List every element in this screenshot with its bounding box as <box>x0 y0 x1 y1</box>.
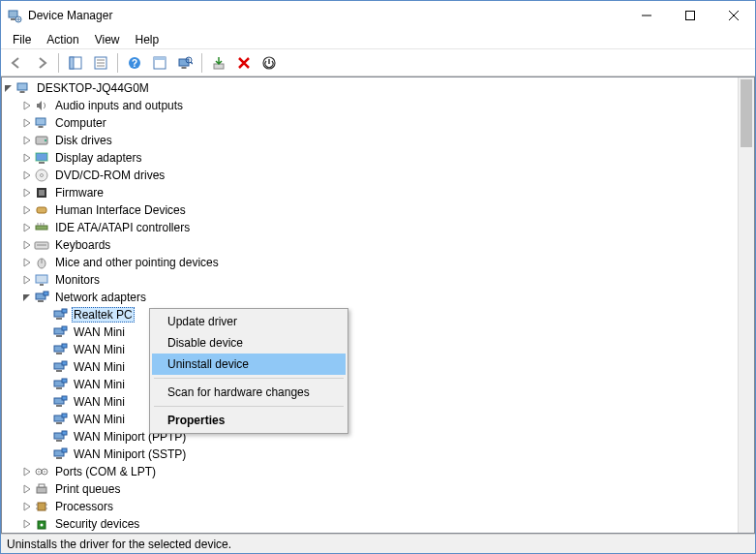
tree-category[interactable]: Print queues <box>2 480 754 498</box>
network-icon <box>52 412 68 427</box>
titlebar: Device Manager <box>1 1 755 30</box>
device-tree-area[interactable]: DESKTOP-JQ44G0MAudio inputs and outputsC… <box>1 77 755 534</box>
expand-icon[interactable] <box>20 240 34 250</box>
context-menu-item[interactable]: Properties <box>152 410 346 431</box>
tree-device[interactable]: WAN Mini <box>2 341 754 358</box>
tree-node-label: WAN Mini <box>72 343 127 356</box>
svg-rect-50 <box>56 318 62 320</box>
svg-rect-35 <box>37 207 46 213</box>
close-button[interactable] <box>711 2 755 30</box>
vertical-scrollbar[interactable] <box>738 77 754 533</box>
tree-node-label: Processors <box>53 500 115 513</box>
expand-icon[interactable] <box>20 205 34 215</box>
network-icon <box>52 342 68 357</box>
expand-icon[interactable] <box>20 223 34 232</box>
tree-category[interactable]: Computer <box>2 114 754 132</box>
svg-rect-24 <box>20 91 25 93</box>
tree-category[interactable]: Human Interface Devices <box>2 201 754 219</box>
menu-view[interactable]: View <box>87 31 128 48</box>
scan-hardware-button[interactable] <box>173 51 197 75</box>
minimize-button[interactable] <box>624 2 668 30</box>
svg-rect-57 <box>62 344 67 348</box>
tree-category[interactable]: Firmware <box>2 184 754 201</box>
tree-device[interactable]: WAN Miniport (SSTP) <box>2 446 754 463</box>
tree-category[interactable]: IDE ATA/ATAPI controllers <box>2 219 754 236</box>
svg-point-28 <box>45 139 46 141</box>
tree-category[interactable]: Processors <box>2 498 754 515</box>
tree-category[interactable]: Keyboards <box>2 236 754 254</box>
mouse-icon <box>34 255 49 270</box>
svg-text:?: ? <box>132 58 137 69</box>
tree-root[interactable]: DESKTOP-JQ44G0M <box>2 79 754 97</box>
tree-device[interactable]: WAN Mini <box>2 358 754 376</box>
tree-category[interactable]: Network adapters <box>2 289 754 306</box>
tree-category[interactable]: Monitors <box>2 271 754 289</box>
svg-rect-80 <box>37 487 46 493</box>
tree-node-label: Disk drives <box>53 134 114 147</box>
forward-button[interactable] <box>30 51 53 75</box>
scrollbar-thumb[interactable] <box>741 79 752 147</box>
tree-node-label: IDE ATA/ATAPI controllers <box>53 221 192 234</box>
window-title: Device Manager <box>28 9 112 22</box>
network-icon <box>52 359 68 375</box>
action-listview-button[interactable] <box>148 51 171 75</box>
menu-file[interactable]: File <box>5 31 39 48</box>
network-icon <box>52 307 68 323</box>
expand-icon[interactable] <box>20 275 34 285</box>
expand-icon[interactable] <box>20 118 34 128</box>
context-menu-item[interactable]: Uninstall device <box>152 354 346 375</box>
maximize-button[interactable] <box>668 2 711 30</box>
back-button[interactable] <box>5 51 28 75</box>
tree-node-label: DESKTOP-JQ44G0M <box>35 81 151 95</box>
tree-device[interactable]: WAN Mini <box>2 323 754 341</box>
tree-category[interactable]: DVD/CD-ROM drives <box>2 167 754 184</box>
computer-icon <box>34 115 49 131</box>
tree-device[interactable]: WAN Miniport (PPTP) <box>2 428 754 446</box>
expand-icon[interactable] <box>20 484 34 494</box>
svg-rect-74 <box>56 457 62 459</box>
context-menu-item[interactable]: Scan for hardware changes <box>152 382 346 403</box>
expand-icon[interactable] <box>20 502 34 511</box>
show-hide-console-button[interactable] <box>64 51 87 75</box>
tree-category[interactable]: Security devices <box>2 515 754 533</box>
expand-icon[interactable] <box>20 101 34 110</box>
tree-device[interactable]: WAN Mini <box>2 411 754 428</box>
update-driver-button[interactable] <box>207 51 230 75</box>
disk-icon <box>34 133 49 148</box>
help-button[interactable]: ? <box>123 51 146 75</box>
expand-icon[interactable] <box>2 83 15 93</box>
svg-rect-45 <box>40 284 44 286</box>
expand-icon[interactable] <box>20 519 34 529</box>
properties-button[interactable] <box>89 51 112 75</box>
expand-icon[interactable] <box>20 292 34 302</box>
expand-icon[interactable] <box>20 467 34 477</box>
menu-help[interactable]: Help <box>128 31 167 48</box>
tree-category[interactable]: Display adapters <box>2 149 754 167</box>
uninstall-device-button[interactable] <box>232 51 256 75</box>
svg-rect-4 <box>685 12 694 20</box>
device-manager-window: Device Manager File Action View Help ? D… <box>0 0 756 554</box>
svg-point-79 <box>44 471 45 473</box>
expand-icon[interactable] <box>20 170 34 180</box>
tree-device[interactable]: WAN Mini <box>2 393 754 411</box>
expand-icon[interactable] <box>20 258 34 267</box>
tree-node-label: WAN Mini <box>72 378 127 391</box>
tree-category[interactable]: Mice and other pointing devices <box>2 254 754 271</box>
tree-category[interactable]: Disk drives <box>2 132 754 149</box>
tree-device[interactable]: WAN Mini <box>2 376 754 393</box>
svg-rect-66 <box>62 396 67 400</box>
context-menu-item[interactable]: Disable device <box>152 332 346 354</box>
tree-device[interactable]: Realtek PC <box>2 306 754 323</box>
context-menu-item[interactable]: Update driver <box>152 311 346 332</box>
context-menu: Update driverDisable deviceUninstall dev… <box>149 308 348 434</box>
tree-category[interactable]: Ports (COM & LPT) <box>2 463 754 480</box>
expand-icon[interactable] <box>20 153 34 163</box>
disable-device-button[interactable] <box>257 51 281 75</box>
context-menu-separator <box>154 406 344 407</box>
expand-icon[interactable] <box>20 136 34 145</box>
menu-action[interactable]: Action <box>39 31 86 48</box>
tree-category[interactable]: Audio inputs and outputs <box>2 97 754 114</box>
expand-icon[interactable] <box>20 188 34 198</box>
tree-node-label: Network adapters <box>53 291 148 304</box>
svg-rect-81 <box>39 484 45 487</box>
